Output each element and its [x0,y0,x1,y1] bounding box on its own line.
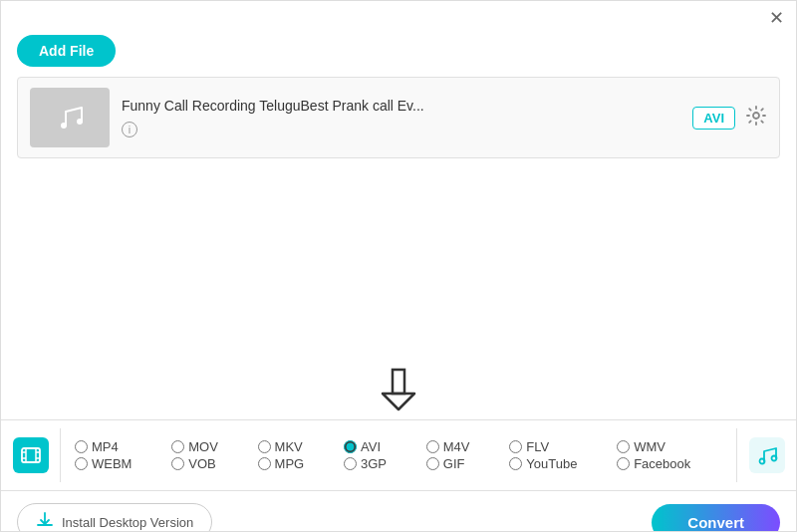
file-info: Funny Call Recording TeluguBest Prank ca… [110,98,692,137]
file-name: Funny Call Recording TeluguBest Prank ca… [122,98,680,114]
radio-facebook[interactable] [617,457,630,470]
radio-m4v[interactable] [426,440,439,453]
format-options: MP4MOVMKVAVIM4VFLVWMVWEBMVOBMPG3GPGIFYou… [61,435,736,475]
format-option-avi[interactable]: AVI [340,439,422,454]
music-tab-area [736,428,796,482]
title-bar: ✕ [1,1,796,35]
format-option-wmv[interactable]: WMV [613,439,726,454]
svg-marker-4 [383,394,414,409]
install-desktop-button[interactable]: Install Desktop Version [17,503,212,532]
file-list: Funny Call Recording TeluguBest Prank ca… [17,77,780,158]
svg-rect-3 [393,370,404,394]
toolbar: Add File [1,35,796,77]
svg-rect-5 [22,448,40,462]
radio-youtube[interactable] [509,457,522,470]
format-option-mkv[interactable]: MKV [254,439,340,454]
radio-webm[interactable] [75,457,88,470]
format-option-youtube[interactable]: YouTube [505,456,613,471]
music-tab-icon[interactable] [749,437,785,473]
file-item: Funny Call Recording TeluguBest Prank ca… [18,78,779,157]
svg-point-12 [759,459,764,464]
film-icon[interactable] [13,437,49,473]
radio-mpg[interactable] [258,457,271,470]
install-label: Install Desktop Version [62,515,193,530]
format-bar: MP4MOVMKVAVIM4VFLVWMVWEBMVOBMPG3GPGIFYou… [1,419,796,491]
convert-button[interactable]: Convert [652,504,780,533]
format-icon-area [1,428,61,482]
file-actions: AVI [692,105,767,132]
format-option-gif[interactable]: GIF [422,456,506,471]
radio-gif[interactable] [426,457,439,470]
svg-point-1 [77,119,83,125]
svg-point-0 [61,123,67,129]
svg-point-13 [771,456,776,461]
radio-flv[interactable] [509,440,522,453]
file-thumbnail [30,88,110,147]
radio-mkv[interactable] [258,440,271,453]
format-option-m4v[interactable]: M4V [422,439,506,454]
close-button[interactable]: ✕ [769,9,784,27]
content-area [1,158,796,358]
svg-point-2 [753,113,759,119]
format-option-facebook[interactable]: Facebook [613,456,726,471]
radio-mov[interactable] [171,440,184,453]
radio-mp4[interactable] [75,440,88,453]
settings-icon[interactable] [745,105,767,132]
format-option-webm[interactable]: WEBM [71,456,167,471]
format-option-mp4[interactable]: MP4 [71,439,167,454]
down-arrow-icon [381,368,416,411]
format-option-mpg[interactable]: MPG [254,456,340,471]
format-option-vob[interactable]: VOB [167,456,253,471]
radio-wmv[interactable] [617,440,630,453]
add-file-button[interactable]: Add File [17,35,116,67]
radio-vob[interactable] [171,457,184,470]
format-badge[interactable]: AVI [692,107,735,130]
radio-avi[interactable] [344,440,357,453]
footer: Install Desktop Version Convert [1,491,796,532]
format-option-mov[interactable]: MOV [167,439,253,454]
format-option-flv[interactable]: FLV [505,439,613,454]
format-option-3gp[interactable]: 3GP [340,456,422,471]
download-icon [36,511,54,532]
info-icon[interactable]: i [122,122,137,137]
music-icon [52,100,88,135]
arrow-area [1,358,796,419]
radio-3gp[interactable] [344,457,357,470]
